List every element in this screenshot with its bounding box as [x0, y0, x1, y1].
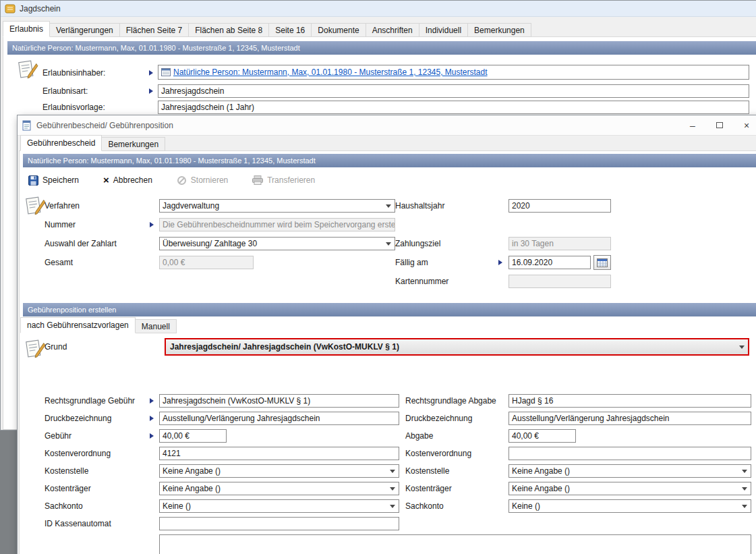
zahlart-combo[interactable]: Überweisung/ Zahltage 30 — [159, 237, 395, 250]
faellig-am-label: Fällig am — [395, 256, 428, 269]
verfahren-label: Verfahren — [45, 199, 80, 213]
tab-seite-16[interactable]: Seite 16 — [268, 23, 312, 37]
sachkonto-abgabe-combo[interactable]: Keine () — [508, 499, 751, 513]
tab-manuell[interactable]: Manuell — [135, 319, 177, 333]
chevron-down-icon — [390, 487, 395, 491]
verfahren-combo[interactable]: Jagdverwaltung — [159, 199, 395, 213]
tab-bemerkungen-dialog[interactable]: Bemerkungen — [101, 137, 165, 151]
erlaubnisart-field[interactable]: Jahresjagdschein — [158, 84, 749, 98]
gebuehrenposition-header: Gebührenposition erstellen — [23, 303, 756, 316]
kostentraeger-gebuehr-combo[interactable]: Keine Angabe () — [159, 482, 399, 495]
rechtsgrundlage-abgabe-field[interactable]: HJagd § 16 — [508, 394, 751, 408]
kostenverordnung-abgabe-field[interactable] — [508, 447, 751, 460]
erlaubnisinhaber-link[interactable]: Natürliche Person: Mustermann, Max, 01.0… — [173, 67, 488, 77]
kostenstelle-abgabe-value: Keine Angabe () — [512, 466, 570, 476]
rechtsgrundlage-gebuehr-required-marker — [150, 398, 154, 404]
dialog-tabstrip: Gebührenbescheid Bemerkungen — [20, 136, 165, 151]
dialog-form-icon — [22, 120, 32, 131]
calendar-button[interactable] — [593, 255, 611, 270]
verfahren-value: Jagdverwaltung — [163, 201, 219, 211]
transferieren-button: Transferieren — [250, 173, 318, 188]
kostenstelle-gebuehr-combo[interactable]: Keine Angabe () — [159, 464, 399, 478]
gebuehrenposition-document-pen-icon — [24, 338, 46, 362]
gebuehr-label: Gebühr — [45, 429, 71, 443]
sachkonto-gebuehr-label: Sachkonto — [45, 499, 83, 513]
haushaltsjahr-field[interactable]: 2020 — [508, 199, 611, 213]
kostenstelle-abgabe-combo[interactable]: Keine Angabe () — [508, 464, 751, 478]
erlaubnisart-label: Erlaubnisart: — [42, 84, 88, 98]
close-icon: × — [744, 121, 749, 130]
abgabe-field[interactable]: 40,00 € — [508, 429, 576, 443]
erlaubnisvorlage-field[interactable]: Jahresjagdschein (1 Jahr) — [158, 101, 749, 114]
chevron-down-icon — [742, 470, 747, 473]
zahlart-value: Überweisung/ Zahltage 30 — [163, 239, 257, 248]
tab-flaechen-ab-seite-8[interactable]: Flächen ab Seite 8 — [188, 23, 269, 37]
erlaubnisinhaber-required-marker — [149, 70, 153, 76]
druckbezeichnung-gebuehr-field[interactable]: Ausstellung/Verlängerung Jahresjagdschei… — [159, 412, 399, 425]
tab-anschriften[interactable]: Anschriften — [366, 23, 419, 37]
bemerkung-textarea[interactable] — [159, 534, 751, 554]
chevron-down-icon — [386, 242, 391, 246]
id-kassenautomat-label: ID Kassenautomat — [45, 517, 111, 530]
druckbezeichnung-gebuehr-required-marker — [150, 416, 154, 421]
tab-bemerkungen[interactable]: Bemerkungen — [467, 23, 531, 37]
tab-individuell[interactable]: Individuell — [419, 23, 468, 37]
main-window-titlebar[interactable]: Jagdschein — [1, 1, 756, 17]
chevron-down-icon — [739, 345, 745, 349]
faellig-am-field[interactable]: 16.09.2020 — [508, 256, 591, 269]
maximize-button[interactable] — [706, 115, 733, 135]
grund-combo[interactable]: Jahresjagdschein/ Jahresjagdschein (VwKo… — [165, 338, 749, 356]
erlaubnisinhaber-label: Erlaubnisinhaber: — [42, 65, 105, 80]
transferieren-printer-icon — [252, 175, 263, 185]
kostentraeger-abgabe-combo[interactable]: Keine Angabe () — [508, 482, 751, 495]
tab-verlaengerungen[interactable]: Verlängerungen — [49, 23, 120, 37]
tab-erlaubnis[interactable]: Erlaubnis — [3, 21, 50, 37]
minimize-button[interactable]: – — [679, 115, 706, 135]
speichern-button[interactable]: Speichern — [26, 173, 82, 188]
abbrechen-button[interactable]: × Abbrechen — [100, 173, 155, 188]
rechtsgrundlage-gebuehr-field[interactable]: Jahresjagdschein (VwKostO-MUKLV § 1) — [159, 394, 399, 408]
kostenverordnung-gebuehr-label: Kostenverordnung — [45, 447, 111, 460]
haushaltsjahr-value: 2020 — [512, 201, 530, 211]
chevron-down-icon — [742, 487, 747, 491]
stornieren-button: Stornieren — [174, 173, 231, 188]
kostentraeger-abgabe-label: Kostenträger — [405, 482, 452, 495]
zahlart-label: Auswahl der Zahlart — [45, 237, 117, 250]
save-icon — [28, 175, 38, 186]
gesamt-label: Gesamt — [45, 256, 73, 269]
erlaubnisvorlage-label: Erlaubnisvorlage: — [42, 101, 105, 114]
kostenverordnung-gebuehr-field[interactable]: 4121 — [159, 447, 399, 460]
tab-flaechen-seite-7[interactable]: Flächen Seite 7 — [119, 23, 189, 37]
rechtsgrundlage-abgabe-value: HJagd § 16 — [512, 396, 553, 406]
druckbezeichnung-gebuehr-label: Druckbezeichnung — [45, 412, 111, 425]
kostenverordnung-abgabe-label: Kostenverordnung — [405, 447, 471, 460]
tab-nach-gebuehrensatzvorlagen[interactable]: nach Gebührensatzvorlagen — [20, 317, 136, 333]
druckbezeichnung-abgabe-field[interactable]: Ausstellung/Verlängerung Jahresjagdschei… — [508, 412, 751, 425]
speichern-label: Speichern — [42, 175, 79, 185]
dialog-titlebar[interactable]: Gebührenbescheid/ Gebührenposition – × — [18, 115, 756, 136]
chevron-down-icon — [742, 505, 747, 508]
close-button[interactable]: × — [733, 115, 756, 135]
nummer-required-marker — [150, 222, 154, 227]
calendar-icon — [597, 258, 608, 267]
app-icon — [5, 3, 16, 14]
haushaltsjahr-label: Haushaltsjahr — [395, 199, 444, 213]
sachkonto-gebuehr-combo[interactable]: Keine () — [159, 499, 399, 513]
kostentraeger-gebuehr-label: Kostenträger — [45, 482, 91, 495]
rechtsgrundlage-gebuehr-label: Rechtsgrundlage Gebühr — [45, 394, 135, 408]
erlaubnisinhaber-field[interactable]: Natürliche Person: Mustermann, Max, 01.0… — [158, 65, 749, 80]
sachkonto-abgabe-value: Keine () — [512, 501, 540, 511]
transferieren-label: Transferieren — [267, 175, 315, 185]
gebuehrenbescheid-document-pen-icon — [24, 195, 46, 219]
sachkonto-abgabe-label: Sachkonto — [405, 499, 444, 513]
tab-dokumente[interactable]: Dokumente — [311, 23, 366, 37]
erlaubnisart-value: Jahresjagdschein — [161, 86, 224, 96]
kostenstelle-gebuehr-label: Kostenstelle — [45, 464, 88, 478]
gebuehr-field[interactable]: 40,00 € — [159, 429, 227, 443]
main-window-title: Jagdschein — [20, 4, 61, 13]
chevron-down-icon — [386, 204, 391, 208]
dialog-toolbar: Speichern × Abbrechen Stornieren — [23, 171, 318, 190]
druckbezeichnung-gebuehr-value: Ausstellung/Verlängerung Jahresjagdschei… — [163, 414, 320, 423]
id-kassenautomat-field[interactable] — [159, 517, 399, 530]
tab-gebuehrenbescheid[interactable]: Gebührenbescheid — [20, 135, 102, 151]
